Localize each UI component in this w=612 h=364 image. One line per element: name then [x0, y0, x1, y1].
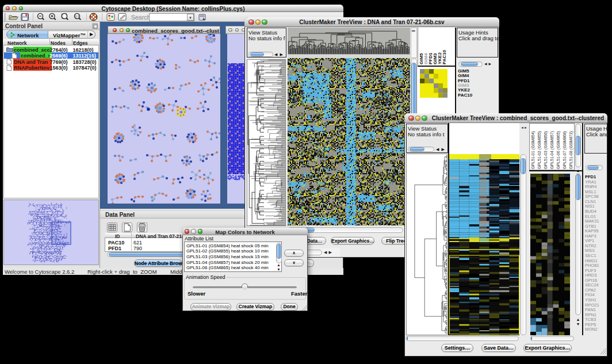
svg-text:GPL51-02 (GSM855): GPL51-02 (GSM855) [537, 131, 542, 169]
svg-text:1:1: 1:1 [75, 14, 79, 18]
svg-text:GPL51-03 (GSM856): GPL51-03 (GSM856) [544, 131, 548, 169]
svg-text:GPL51-01 (GSM854): GPL51-01 (GSM854) [531, 131, 536, 169]
svg-text:GPL51-07 (GSM868): GPL51-07 (GSM868) [563, 131, 567, 169]
svg-text:PAC10: PAC10 [442, 49, 447, 64]
svg-text:GPL51-04 (GSM857): GPL51-04 (GSM857) [550, 131, 554, 169]
svg-text:GPL51-08 (GSM872): GPL51-08 (GSM872) [569, 131, 573, 169]
svg-text:GPL51-06 (GSM865): GPL51-06 (GSM865) [556, 131, 561, 169]
